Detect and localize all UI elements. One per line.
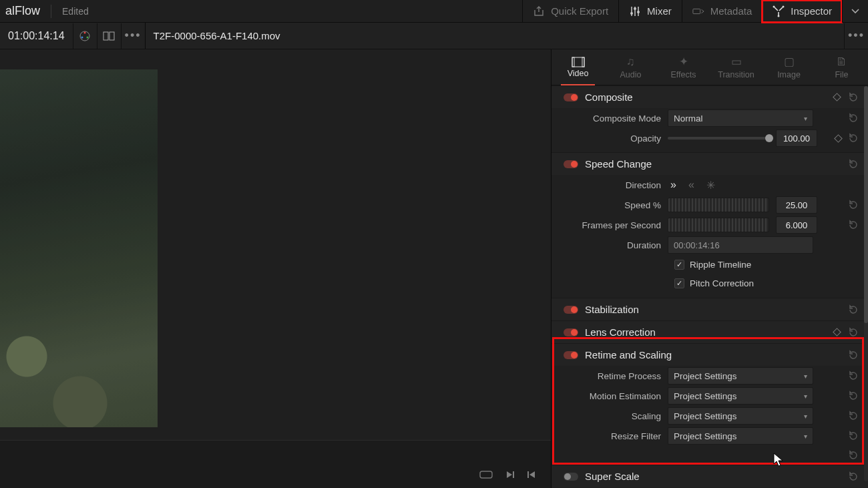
superscale-toggle[interactable] — [564, 473, 578, 481]
tab-file[interactable]: 🗎 File — [815, 49, 868, 85]
reset-icon[interactable] — [848, 304, 859, 315]
svg-rect-17 — [572, 57, 574, 67]
inspector-panel: Video ♫ Audio ✦ Effects ▭ Transition ▢ I… — [551, 49, 868, 488]
composite-toggle[interactable] — [564, 93, 578, 101]
chevron-down-icon — [849, 5, 861, 17]
fps-field[interactable]: 6.000 — [776, 216, 817, 234]
direction-forward-button[interactable]: » — [670, 179, 676, 192]
mixer-icon — [629, 5, 641, 17]
metadata-button[interactable]: Metadata — [682, 0, 763, 23]
chevron-down-icon: ▾ — [804, 413, 807, 420]
colorwheel-button[interactable] — [73, 23, 97, 49]
prev-button[interactable] — [527, 470, 536, 479]
reset-icon[interactable] — [848, 327, 859, 338]
section-super-scale[interactable]: Super Scale — [552, 465, 868, 487]
reset-icon[interactable] — [848, 159, 859, 170]
clip-name: T2F-0000-656-A1-F140.mov — [146, 30, 844, 41]
svg-point-8 — [84, 31, 86, 33]
next-button[interactable] — [505, 470, 515, 479]
reset-icon[interactable] — [848, 113, 859, 124]
opacity-slider[interactable] — [668, 137, 769, 140]
svg-rect-13 — [480, 471, 492, 478]
reset-icon[interactable] — [848, 411, 859, 421]
section-stabilization[interactable]: Stabilization — [552, 298, 868, 320]
reset-icon[interactable] — [848, 92, 859, 103]
pitch-checkbox[interactable]: ✓ — [674, 278, 684, 288]
reset-icon[interactable] — [848, 200, 859, 210]
fps-scrubber[interactable] — [668, 218, 769, 232]
fps-row: Frames per Second 6.000 — [552, 215, 868, 235]
quick-export-button[interactable]: Quick Export — [522, 0, 618, 23]
composite-mode-dropdown[interactable]: Normal ▾ — [668, 109, 813, 127]
retime-toggle[interactable] — [564, 351, 578, 359]
direction-reverse-button[interactable]: « — [688, 179, 694, 192]
loop-button[interactable] — [479, 469, 493, 480]
viewer-canvas[interactable] — [0, 49, 551, 440]
mixer-button[interactable]: Mixer — [618, 0, 682, 23]
section-speed-change[interactable]: Speed Change — [552, 152, 868, 175]
transition-icon: ▭ — [731, 55, 742, 69]
inspector-options-button[interactable]: ••• — [844, 23, 868, 49]
inspector-scrollbar[interactable] — [864, 86, 868, 481]
inspector-button[interactable]: Inspector — [762, 0, 842, 23]
section-composite[interactable]: Composite — [552, 85, 868, 108]
svg-point-6 — [778, 15, 780, 17]
reset-icon[interactable] — [848, 350, 859, 360]
keyframe-icon[interactable] — [834, 134, 843, 143]
stabilization-toggle[interactable] — [564, 306, 578, 314]
duration-field[interactable]: 00:00:14:16 — [668, 236, 813, 254]
keyframe-icon[interactable] — [833, 328, 841, 336]
speed-scrubber[interactable] — [668, 198, 769, 212]
chevron-down-icon: ▾ — [804, 373, 807, 380]
reset-icon[interactable] — [848, 471, 859, 482]
expand-panel-button[interactable] — [842, 0, 868, 23]
dualview-button[interactable] — [97, 23, 121, 49]
lens-toggle[interactable] — [564, 328, 578, 336]
reset-icon[interactable] — [848, 371, 859, 381]
section-retime-scaling[interactable]: Retime and Scaling — [552, 343, 868, 366]
opacity-row: Opacity 100.00 — [552, 128, 868, 148]
reset-icon[interactable] — [848, 450, 859, 461]
speed-field[interactable]: 25.00 — [776, 196, 817, 214]
reset-icon[interactable] — [848, 133, 859, 144]
tab-video[interactable]: Video — [552, 49, 604, 85]
inspector-tabs: Video ♫ Audio ✦ Effects ▭ Transition ▢ I… — [552, 49, 868, 85]
resize-filter-dropdown[interactable]: Project Settings▾ — [668, 427, 813, 445]
music-note-icon: ♫ — [626, 55, 635, 69]
svg-point-2 — [637, 11, 640, 13]
reset-icon[interactable] — [848, 220, 859, 230]
svg-rect-15 — [527, 471, 529, 478]
svg-point-9 — [87, 36, 89, 38]
inspector-icon — [773, 5, 785, 17]
viewer-timeline[interactable] — [0, 440, 551, 459]
speed-pct-row: Speed % 25.00 — [552, 195, 868, 215]
keyframe-icon[interactable] — [833, 93, 841, 101]
tab-effects[interactable]: ✦ Effects — [657, 49, 710, 85]
retime-process-dropdown[interactable]: Project Settings▾ — [668, 367, 813, 385]
tab-image[interactable]: ▢ Image — [763, 49, 815, 85]
pitch-row: ✓ Pitch Correction — [552, 274, 868, 292]
viewer-options-button[interactable]: ••• — [121, 23, 145, 49]
reset-icon[interactable] — [848, 431, 859, 441]
section-lens-correction[interactable]: Lens Correction — [552, 320, 868, 343]
tab-transition[interactable]: ▭ Transition — [710, 49, 763, 85]
video-frame — [0, 69, 158, 427]
duration-row: Duration 00:00:14:16 — [552, 235, 868, 255]
scaling-dropdown[interactable]: Project Settings▾ — [668, 407, 813, 425]
viewer-timecode[interactable]: 01:00:14:14 — [0, 30, 73, 42]
svg-rect-18 — [582, 57, 584, 67]
viewer-panel — [0, 49, 551, 488]
svg-point-4 — [773, 5, 775, 7]
tab-audio[interactable]: ♫ Audio — [604, 49, 657, 85]
motion-estimation-dropdown[interactable]: Project Settings▾ — [668, 387, 813, 405]
reset-icon[interactable] — [848, 391, 859, 401]
speed-toggle[interactable] — [564, 160, 578, 168]
opacity-field[interactable]: 100.00 — [776, 130, 817, 147]
split-view-icon — [103, 31, 115, 41]
colorwheel-icon — [79, 30, 91, 42]
film-icon — [572, 57, 585, 67]
svg-rect-3 — [693, 9, 700, 13]
sub-bar: 01:00:14:14 ••• T2F-0000-656-A1-F140.mov… — [0, 23, 868, 49]
direction-freeze-button[interactable]: ✳ — [706, 179, 715, 192]
ripple-checkbox[interactable]: ✓ — [674, 260, 684, 270]
